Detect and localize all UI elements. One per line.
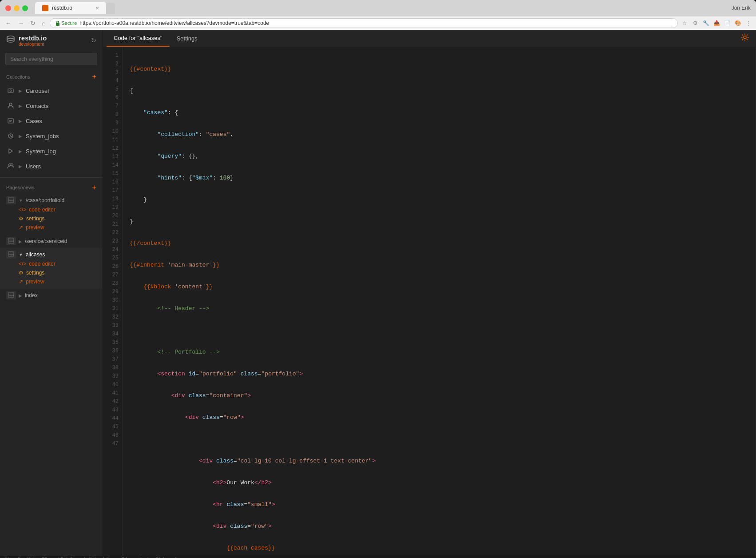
tab-close-icon[interactable]: ✕ xyxy=(95,6,99,11)
forward-button[interactable]: → xyxy=(16,19,26,28)
line-num-3: 3 xyxy=(103,68,122,77)
minimize-button[interactable] xyxy=(14,5,20,11)
maximize-button[interactable] xyxy=(22,5,28,11)
extension-2-icon[interactable]: 🔧 xyxy=(702,19,710,27)
sidebar-item-carousel[interactable]: ▶ Carousel xyxy=(0,83,103,98)
line-num-4: 4 xyxy=(103,77,122,85)
line-num-38: 38 xyxy=(103,364,122,372)
new-tab-button[interactable] xyxy=(106,3,115,14)
page-case-label: /case/:portfolioid xyxy=(26,197,64,203)
code-line-10: {{#inherit 'main-master'}} xyxy=(130,261,748,269)
gear-button[interactable] xyxy=(737,30,752,47)
collections-header: Collections + xyxy=(0,71,103,83)
svg-text:html: html xyxy=(9,294,14,297)
code-line-15: <section id="portfolio" class="portfolio… xyxy=(130,370,748,378)
contacts-arrow-icon: ▶ xyxy=(19,104,22,108)
page-index-label: index xyxy=(25,292,38,299)
extension-3-icon[interactable]: 📥 xyxy=(712,19,720,27)
sidebar-item-system-log[interactable]: ▶ System_log xyxy=(0,143,103,159)
address-bar[interactable]: Secure https://portfolio-a00a.restdb.io/… xyxy=(50,18,678,28)
svg-text:html: html xyxy=(9,199,14,202)
allcases-code-editor-label: code editor xyxy=(29,261,55,267)
code-line-6: "hints": {"$max": 100} xyxy=(130,174,748,182)
status-url: https://portfolio-a00a.restdb.io/home/ed… xyxy=(5,556,179,558)
refresh-button[interactable]: ↻ xyxy=(28,19,37,28)
code-line-17: <div class="row"> xyxy=(130,413,748,422)
collections-label: Collections xyxy=(6,74,30,80)
page-case-settings[interactable]: ⚙ settings xyxy=(19,214,96,223)
page-case-sub-items: </> code editor ⚙ settings ↗ preview xyxy=(19,205,96,232)
code-editor-area[interactable]: 1 2 3 4 5 6 7 8 9 10 11 12 13 14 15 16 1 xyxy=(103,47,756,556)
page-case-header[interactable]: html ▼ /case/:portfolioid xyxy=(6,196,96,204)
editor-tabs: Code for "allcases" Settings xyxy=(103,30,756,47)
code-line-20: <h2>Our Work</h2> xyxy=(130,478,748,487)
page-type-badge-allcases: html xyxy=(6,251,16,259)
menu-icon[interactable]: ⋮ xyxy=(744,19,752,27)
line-num-17: 17 xyxy=(103,187,122,195)
collections-add-button[interactable]: + xyxy=(92,73,96,80)
line-num-20: 20 xyxy=(103,212,122,220)
refresh-icon[interactable]: ↻ xyxy=(91,37,96,44)
line-num-40: 40 xyxy=(103,381,122,389)
line-num-10: 10 xyxy=(103,128,122,136)
page-allcases-preview[interactable]: ↗ preview xyxy=(19,277,96,286)
code-line-5: "query": {}, xyxy=(130,152,748,160)
code-line-19: <div class="col-lg-10 col-lg-offset-1 te… xyxy=(130,457,748,465)
sidebar-item-contacts[interactable]: ▶ Contacts xyxy=(0,98,103,113)
line-num-30: 30 xyxy=(103,296,122,305)
code-line-16: <div class="container"> xyxy=(130,391,748,400)
page-type-badge-service: html xyxy=(6,237,16,245)
svg-point-11 xyxy=(11,164,13,166)
contacts-icon xyxy=(6,101,15,110)
sidebar-item-system-jobs[interactable]: ▶ System_jobs xyxy=(0,128,103,143)
sidebar-item-users[interactable]: ▶ Users xyxy=(0,159,103,174)
secure-badge: Secure xyxy=(55,20,77,26)
pages-add-button[interactable]: + xyxy=(92,184,96,191)
bookmark-icon[interactable]: ☆ xyxy=(681,19,689,27)
code-content[interactable]: {{#context}} { "cases": { "collection": … xyxy=(123,47,756,556)
browser-tabs: restdb.io ✕ xyxy=(35,2,115,14)
search-input[interactable] xyxy=(5,53,97,65)
back-button[interactable]: ← xyxy=(4,19,13,28)
svg-text:html: html xyxy=(9,240,14,243)
line-num-23: 23 xyxy=(103,237,122,246)
line-num-28: 28 xyxy=(103,279,122,288)
line-num-2: 2 xyxy=(103,60,122,68)
line-num-27: 27 xyxy=(103,271,122,279)
active-tab[interactable]: restdb.io ✕ xyxy=(35,2,106,14)
svg-point-3 xyxy=(10,90,12,92)
main-content: Code for "allcases" Settings 1 2 3 4 xyxy=(103,30,756,556)
cases-label: Cases xyxy=(26,118,96,124)
extension-4-icon[interactable]: 📄 xyxy=(723,19,731,27)
page-allcases-settings[interactable]: ⚙ settings xyxy=(19,268,96,277)
sidebar-item-cases[interactable]: ▶ Cases xyxy=(0,113,103,128)
extension-1-icon[interactable]: ⚙ xyxy=(691,19,699,27)
page-case-preview[interactable]: ↗ preview xyxy=(19,223,96,232)
line-num-29: 29 xyxy=(103,288,122,296)
line-num-26: 26 xyxy=(103,263,122,271)
page-allcases-code-editor[interactable]: </> code editor xyxy=(19,259,96,268)
extension-5-icon[interactable]: 🎨 xyxy=(734,19,742,27)
close-button[interactable] xyxy=(5,5,11,11)
page-type-badge-case: html xyxy=(6,196,16,204)
code-tab[interactable]: Code for "allcases" xyxy=(107,30,170,47)
users-icon xyxy=(6,162,15,171)
svg-point-4 xyxy=(9,103,12,106)
line-num-35: 35 xyxy=(103,339,122,347)
home-button[interactable]: ⌂ xyxy=(40,19,47,28)
line-num-8: 8 xyxy=(103,111,122,119)
allcases-code-editor-icon: </> xyxy=(19,261,26,267)
page-type-badge-index: html xyxy=(6,291,16,299)
page-case-code-editor[interactable]: </> code editor xyxy=(19,205,96,214)
code-line-4: "collection": "cases", xyxy=(130,130,748,139)
line-num-47: 47 xyxy=(103,440,122,448)
settings-tab[interactable]: Settings xyxy=(170,31,205,46)
code-line-22: <div class="row"> xyxy=(130,522,748,530)
page-allcases-header[interactable]: html ▼ allcases xyxy=(6,251,96,259)
code-line-11: {{#block 'content'}} xyxy=(130,283,748,291)
code-line-7: } xyxy=(130,195,748,204)
cases-arrow-icon: ▶ xyxy=(19,119,22,124)
search-box xyxy=(5,53,97,65)
page-service-header[interactable]: html ▶ /service/:serviceid xyxy=(6,237,96,245)
page-index-header[interactable]: html ▶ index xyxy=(6,291,96,299)
